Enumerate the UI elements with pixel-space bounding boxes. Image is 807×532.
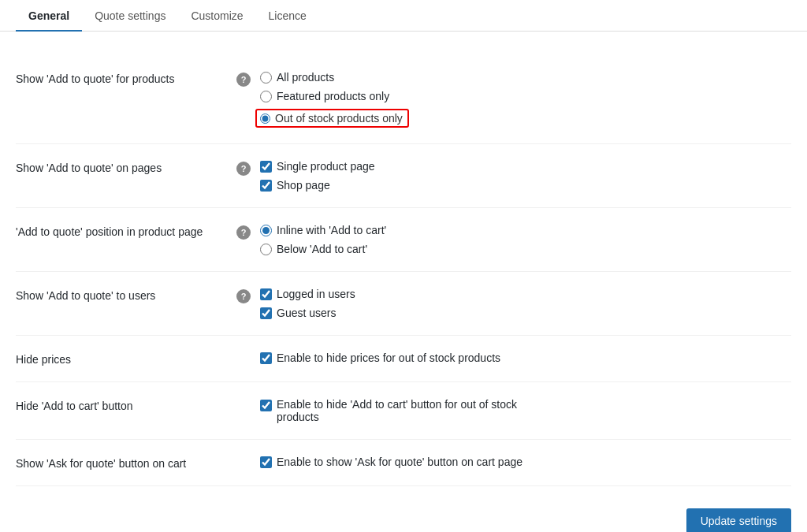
- radio-all-products[interactable]: [260, 72, 272, 84]
- radio-out-of-stock[interactable]: [260, 113, 270, 124]
- radio-option-featured-products[interactable]: Featured products only: [260, 90, 409, 102]
- radio-label-inline-add-to-cart: Inline with 'Add to cart': [277, 224, 386, 236]
- radio-option-all-products[interactable]: All products: [260, 71, 409, 84]
- setting-label-add-to-quote-users: Show 'Add to quote' to users: [16, 288, 236, 302]
- help-icon-position-product-page[interactable]: ?: [236, 225, 251, 240]
- checkbox-option-single-product-page[interactable]: Single product page: [260, 160, 375, 173]
- checkbox-option-enable-hide-add-to-cart[interactable]: Enable to hide 'Add to cart' button for …: [260, 398, 536, 423]
- tab-customize[interactable]: Customize: [178, 0, 255, 32]
- setting-control-ask-for-quote-cart: Enable to show 'Ask for quote' button on…: [236, 456, 523, 468]
- checkbox-option-guest-users[interactable]: Guest users: [260, 307, 355, 319]
- tab-general[interactable]: General: [16, 0, 82, 32]
- checkbox-label-enable-hide-add-to-cart: Enable to hide 'Add to cart' button for …: [277, 398, 536, 423]
- options-group-add-to-quote-users: Logged in users Guest users: [260, 288, 355, 319]
- options-group-ask-for-quote-cart: Enable to show 'Ask for quote' button on…: [260, 456, 523, 468]
- checkbox-label-enable-hide-prices: Enable to hide prices for out of stock p…: [277, 352, 500, 364]
- tab-licence[interactable]: Licence: [256, 0, 319, 32]
- setting-row-add-to-quote-pages: Show 'Add to quote' on pages ? Single pr…: [16, 144, 791, 208]
- tabs-bar: General Quote settings Customize Licence: [0, 0, 807, 32]
- checkbox-label-logged-in-users: Logged in users: [277, 288, 355, 300]
- radio-label-out-of-stock: Out of stock products only: [275, 112, 403, 125]
- setting-row-position-product-page: 'Add to quote' position in product page …: [16, 208, 791, 272]
- radio-label-all-products: All products: [277, 71, 334, 84]
- setting-label-hide-add-to-cart: Hide 'Add to cart' button: [16, 398, 236, 412]
- update-btn-container: Update settings: [686, 508, 791, 532]
- checkbox-label-enable-ask-for-quote-cart: Enable to show 'Ask for quote' button on…: [277, 456, 523, 468]
- checkbox-guest-users[interactable]: [260, 307, 272, 319]
- radio-inline-add-to-cart[interactable]: [260, 225, 272, 236]
- checkbox-single-product-page[interactable]: [260, 161, 272, 173]
- setting-label-add-to-quote-pages: Show 'Add to quote' on pages: [16, 160, 236, 174]
- setting-control-hide-add-to-cart: Enable to hide 'Add to cart' button for …: [236, 398, 536, 423]
- checkbox-label-guest-users: Guest users: [277, 307, 336, 319]
- checkbox-logged-in-users[interactable]: [260, 288, 272, 300]
- setting-control-position-product-page: ? Inline with 'Add to cart' Below 'Add t…: [236, 224, 386, 255]
- setting-control-add-to-quote-pages: ? Single product page Shop page: [236, 160, 375, 192]
- setting-row-hide-add-to-cart: Hide 'Add to cart' button Enable to hide…: [16, 382, 791, 440]
- checkbox-shop-page[interactable]: [260, 180, 272, 192]
- checkbox-enable-ask-for-quote-cart[interactable]: [260, 456, 272, 468]
- radio-label-featured-products: Featured products only: [277, 90, 389, 102]
- radio-option-below-add-to-cart[interactable]: Below 'Add to cart': [260, 243, 386, 255]
- options-group-position-product-page: Inline with 'Add to cart' Below 'Add to …: [260, 224, 386, 255]
- setting-label-position-product-page: 'Add to quote' position in product page: [16, 224, 236, 238]
- help-icon-add-to-quote-products[interactable]: ?: [236, 73, 251, 87]
- checkbox-enable-hide-add-to-cart[interactable]: [260, 400, 272, 411]
- radio-featured-products[interactable]: [260, 91, 272, 102]
- setting-row-hide-prices: Hide prices Enable to hide prices for ou…: [16, 336, 791, 382]
- radio-option-inline-add-to-cart[interactable]: Inline with 'Add to cart': [260, 224, 386, 236]
- options-group-add-to-quote-products: All products Featured products only Out …: [260, 71, 409, 128]
- help-icon-add-to-quote-users[interactable]: ?: [236, 289, 251, 303]
- radio-label-below-add-to-cart: Below 'Add to cart': [277, 243, 367, 255]
- setting-control-add-to-quote-users: ? Logged in users Guest users: [236, 288, 355, 319]
- settings-body: Show 'Add to quote' for products ? All p…: [0, 55, 807, 532]
- radio-below-add-to-cart[interactable]: [260, 244, 272, 255]
- setting-label-add-to-quote-products: Show 'Add to quote' for products: [16, 71, 236, 85]
- update-settings-button[interactable]: Update settings: [686, 508, 791, 532]
- page-container: General Quote settings Customize Licence…: [0, 0, 807, 532]
- setting-label-hide-prices: Hide prices: [16, 352, 236, 366]
- checkbox-label-shop-page: Shop page: [277, 179, 330, 192]
- setting-row-ask-for-quote-cart: Show 'Ask for quote' button on cart Enab…: [16, 440, 791, 486]
- setting-row-add-to-quote-users: Show 'Add to quote' to users ? Logged in…: [16, 272, 791, 336]
- checkbox-option-enable-hide-prices[interactable]: Enable to hide prices for out of stock p…: [260, 352, 500, 364]
- checkbox-option-shop-page[interactable]: Shop page: [260, 179, 375, 192]
- setting-label-ask-for-quote-cart: Show 'Ask for quote' button on cart: [16, 456, 236, 470]
- radio-option-out-of-stock-highlighted[interactable]: Out of stock products only: [255, 109, 409, 128]
- tab-quote-settings[interactable]: Quote settings: [82, 0, 178, 32]
- help-icon-add-to-quote-pages[interactable]: ?: [236, 162, 251, 176]
- checkbox-enable-hide-prices[interactable]: [260, 352, 272, 364]
- checkbox-option-enable-ask-for-quote-cart[interactable]: Enable to show 'Ask for quote' button on…: [260, 456, 523, 468]
- setting-control-add-to-quote-products: ? All products Featured products only Ou…: [236, 71, 409, 128]
- options-group-add-to-quote-pages: Single product page Shop page: [260, 160, 375, 192]
- checkbox-option-logged-in-users[interactable]: Logged in users: [260, 288, 355, 300]
- setting-control-hide-prices: Enable to hide prices for out of stock p…: [236, 352, 500, 364]
- checkbox-label-single-product-page: Single product page: [277, 160, 375, 173]
- options-group-hide-add-to-cart: Enable to hide 'Add to cart' button for …: [260, 398, 536, 423]
- setting-row-add-to-quote-products: Show 'Add to quote' for products ? All p…: [16, 55, 791, 144]
- options-group-hide-prices: Enable to hide prices for out of stock p…: [260, 352, 500, 364]
